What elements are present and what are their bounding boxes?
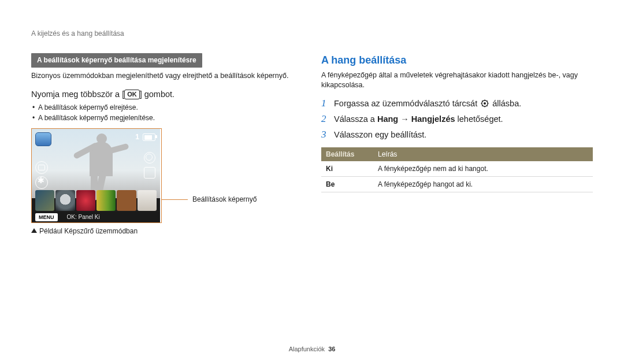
step-number: 2 bbox=[321, 113, 334, 126]
section-intro: A fényképezőgép által a műveletek végreh… bbox=[321, 70, 593, 90]
right-column: A hang beállítása A fényképezőgép által … bbox=[321, 53, 593, 192]
svg-line-9 bbox=[487, 101, 488, 101]
camera-icon bbox=[35, 161, 48, 174]
triangle-icon bbox=[31, 228, 37, 233]
press-instruction: Nyomja meg többször a [OK] gombot. bbox=[31, 89, 309, 101]
table-val: A fényképezőgép hangot ad ki. bbox=[373, 177, 593, 192]
screenshot-frame: 1 MENU OK: Panel Ki Beállítások képernyő bbox=[31, 128, 162, 223]
frame-icon bbox=[144, 167, 155, 179]
filter-thumb bbox=[96, 190, 116, 211]
step-number: 3 bbox=[321, 128, 334, 142]
filter-thumb bbox=[138, 190, 157, 211]
table-header-row: Beállítás Leírás bbox=[321, 147, 593, 161]
ok-key-icon: OK bbox=[124, 90, 140, 99]
step-item: 1 Forgassa az üzemmódválasztó tárcsát ál… bbox=[321, 97, 593, 110]
table-row: Ki A fényképezőgép nem ad ki hangot. bbox=[321, 161, 593, 177]
press-post: ] gombot. bbox=[140, 90, 174, 99]
table-row: Be A fényképezőgép hangot ad ki. bbox=[321, 177, 593, 192]
battery-icon bbox=[143, 133, 155, 141]
svg-point-1 bbox=[484, 102, 486, 105]
callout-label: Beállítások képernyő bbox=[192, 195, 257, 204]
table-header: Beállítás bbox=[321, 147, 373, 161]
left-column: A beállítások képernyő beállítása megjel… bbox=[31, 53, 309, 236]
step-text: Válassza a Hang → Hangjelzés lehetőséget… bbox=[334, 113, 503, 126]
footer-label: Alapfunkciók bbox=[289, 346, 325, 352]
footer-page: 36 bbox=[328, 346, 335, 352]
menu-badge: MENU bbox=[35, 213, 58, 221]
bullet-item: A beállítások képernyő megjelenítése. bbox=[31, 113, 309, 122]
table-key: Be bbox=[321, 177, 373, 192]
settings-icon bbox=[35, 176, 48, 189]
section-intro: Bizonyos üzemmódokban megjeleníthető vag… bbox=[31, 71, 309, 81]
shot-counter: 1 bbox=[135, 132, 139, 142]
step-number: 1 bbox=[321, 97, 334, 110]
bullet-item: A beállítások képernyő elrejtése. bbox=[31, 103, 309, 112]
target-icon bbox=[144, 152, 155, 164]
section-pill: A beállítások képernyő beállítása megjel… bbox=[31, 53, 202, 68]
callout-leader bbox=[161, 199, 188, 200]
step-item: 2 Válassza a Hang → Hangjelzés lehetőség… bbox=[321, 113, 593, 126]
filter-thumb bbox=[55, 190, 75, 211]
table-val: A fényképezőgép nem ad ki hangot. bbox=[373, 161, 593, 177]
filter-thumb bbox=[76, 190, 95, 211]
options-table: Beállítás Leírás Ki A fényképezőgép nem … bbox=[321, 147, 593, 193]
page-footer: Alapfunkciók 36 bbox=[0, 345, 624, 354]
step-list: 1 Forgassa az üzemmódválasztó tárcsát ál… bbox=[321, 97, 593, 142]
gear-dial-icon bbox=[481, 99, 489, 107]
bottom-bar: MENU OK: Panel Ki bbox=[32, 212, 160, 222]
step-item: 3 Válasszon egy beállítást. bbox=[321, 128, 593, 142]
page-header: A kijelzés és a hang beállítása bbox=[31, 29, 124, 38]
svg-line-7 bbox=[487, 106, 488, 106]
press-pre: Nyomja meg többször a [ bbox=[31, 90, 124, 99]
bullet-list: A beállítások képernyő elrejtése. A beál… bbox=[31, 103, 309, 122]
step-text: Forgassa az üzemmódválasztó tárcsát állá… bbox=[334, 97, 521, 110]
table-key: Ki bbox=[321, 161, 373, 177]
camera-screenshot: 1 MENU OK: Panel Ki bbox=[32, 129, 160, 222]
caption-text: Például Képszűrő üzemmódban bbox=[39, 227, 138, 235]
ok-panel-text: OK: Panel Ki bbox=[67, 213, 100, 221]
mode-chip-icon bbox=[35, 132, 51, 146]
svg-line-6 bbox=[482, 101, 483, 101]
svg-line-8 bbox=[482, 106, 483, 106]
screenshot-caption: Például Képszűrő üzemmódban bbox=[31, 226, 309, 236]
filter-thumb bbox=[35, 190, 54, 211]
table-header: Leírás bbox=[373, 147, 593, 161]
step-text: Válasszon egy beállítást. bbox=[334, 128, 426, 142]
filter-thumb bbox=[117, 190, 136, 211]
section-title: A hang beállítása bbox=[321, 53, 593, 67]
filter-thumb-strip bbox=[35, 190, 157, 211]
